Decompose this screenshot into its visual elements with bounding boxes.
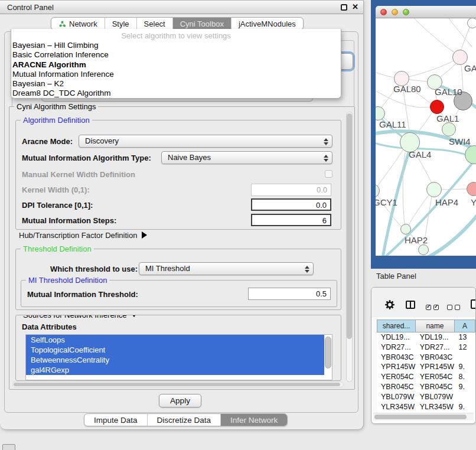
algorithm-option[interactable]: Bayesian – Hill Climbing: [11, 41, 341, 50]
network-node[interactable]: [467, 18, 476, 28]
settings-horizontal-scrollbar[interactable]: [12, 381, 344, 387]
column-header[interactable]: name: [416, 319, 455, 332]
dpi-tolerance-input[interactable]: 0.0: [251, 198, 331, 211]
network-canvas[interactable]: GALGAL80GAL10GAL1GAL11SWI4GAL4GCY1HAP4YH…: [376, 18, 476, 256]
table-row[interactable]: YPR145WYPR145W9.: [377, 362, 475, 372]
list-scrollbar[interactable]: [325, 337, 331, 369]
attribute-list-item[interactable]: BetweennessCentrality: [26, 355, 324, 365]
mi-type-combo[interactable]: Naive Bayes: [161, 151, 332, 164]
table-cell: 12: [455, 343, 476, 353]
tab-cyni-toolbox[interactable]: Cyni Toolbox: [172, 18, 231, 30]
settings-panel-title: Cyni Algorithm Settings: [14, 102, 98, 111]
column-header[interactable]: A: [455, 319, 475, 332]
mi-threshold-input[interactable]: 0.5: [248, 288, 331, 300]
cyni-bottom-tab-bar: Impute DataDiscretize DataInfer Network: [84, 413, 288, 426]
table-row[interactable]: YER054CYER054C8.: [377, 372, 475, 382]
sources-group-title: Sources for Network Inference: [21, 315, 140, 319]
kernel-width-input[interactable]: 0.0: [251, 184, 331, 196]
network-node[interactable]: [426, 182, 442, 197]
close-traffic-light-icon[interactable]: [380, 9, 387, 15]
mi-threshold-group-title: MI Threshold Definition: [26, 276, 109, 285]
which-threshold-value: MI Threshold: [145, 264, 190, 273]
data-attributes-list[interactable]: SelfLoopsTopologicalCoefficientBetweenne…: [25, 334, 332, 380]
page-icon[interactable]: [471, 299, 476, 309]
scrollbar-thumb[interactable]: [374, 415, 467, 419]
checked-pair-icon[interactable]: [426, 302, 441, 312]
aracne-mode-combo[interactable]: Discovery: [79, 135, 332, 148]
table-cell: YDL19...: [416, 332, 455, 343]
manual-kernel-checkbox[interactable]: [325, 170, 332, 178]
table-row[interactable]: YBL079WYBL079W: [377, 392, 475, 402]
table-row[interactable]: YDR27...YDR27...12: [377, 343, 475, 353]
tab-network[interactable]: Network: [51, 18, 105, 30]
column-header[interactable]: shared...: [377, 319, 416, 332]
settings-vertical-scrollbar[interactable]: [346, 112, 353, 382]
node-table: shared...nameA YDL19...YDL19...13YDR27..…: [377, 319, 475, 422]
attribute-list-item[interactable]: SelfLoops: [26, 335, 324, 345]
gear-icon[interactable]: [384, 299, 395, 310]
table-row[interactable]: YBR045CYBR045C9.: [377, 382, 475, 392]
data-attributes-label: Data Attributes: [22, 322, 77, 331]
table-cell: 13: [455, 332, 476, 343]
table-row[interactable]: YDL19...YDL19...13: [377, 332, 475, 343]
table-row[interactable]: YLR345WYLR345W9.: [377, 402, 475, 412]
table-cell: YPR145W: [416, 362, 455, 372]
bottom-tab-infer-network[interactable]: Infer Network: [220, 414, 287, 426]
table-cell: 9.: [455, 382, 476, 392]
stepper-arrows-icon: [323, 154, 328, 163]
table-cell: [455, 353, 476, 363]
scrollbar-thumb[interactable]: [347, 113, 352, 339]
network-node[interactable]: [418, 244, 429, 255]
algorithm-option[interactable]: Basic Correlation Inference: [11, 50, 341, 60]
table-row[interactable]: YBR043CYBR043C: [377, 353, 475, 363]
apply-button[interactable]: Apply: [159, 394, 201, 407]
network-node[interactable]: [400, 224, 411, 234]
threshold-definition-title: Threshold Definition: [21, 244, 94, 253]
tab-label: Cyni Toolbox: [180, 19, 224, 28]
network-node[interactable]: [430, 100, 444, 114]
attribute-list-item[interactable]: TopologicalCoefficient: [26, 345, 324, 355]
float-window-icon[interactable]: [341, 4, 347, 11]
split-columns-icon[interactable]: [406, 301, 415, 309]
algorithm-option[interactable]: Mutual Information Inference: [11, 70, 341, 79]
mi-steps-input[interactable]: 6: [251, 214, 331, 226]
zoom-traffic-light-icon[interactable]: [403, 9, 409, 15]
hub-definition-toggle[interactable]: Hub/Transcription Factor Definition: [19, 231, 147, 240]
node-label: GAL10: [435, 87, 462, 97]
mi-type-value: Naive Bayes: [168, 153, 211, 162]
algorithm-option[interactable]: ARACNE Algorithm: [11, 60, 341, 70]
node-label: SWI4: [449, 136, 471, 146]
network-node[interactable]: [442, 122, 456, 136]
unchecked-pair-icon[interactable]: [447, 302, 462, 312]
docked-panel-icon[interactable]: [2, 444, 15, 450]
algorithm-option[interactable]: Bayesian – K2: [11, 79, 341, 89]
node-label: HAP2: [405, 235, 428, 245]
bottom-tab-impute-data[interactable]: Impute Data: [84, 414, 147, 426]
cyni-algorithm-settings-panel: Cyni Algorithm Settings Algorithm Defini…: [9, 106, 355, 390]
minimize-traffic-light-icon[interactable]: [392, 9, 398, 15]
algorithm-definition-group: Algorithm Definition Aracne Mode: Discov…: [15, 120, 341, 230]
tab-select[interactable]: Select: [136, 18, 172, 30]
bottom-tab-discretize-data[interactable]: Discretize Data: [147, 414, 221, 426]
close-icon[interactable]: ✕: [352, 2, 358, 11]
sources-group: Sources for Network Inference Data Attri…: [15, 315, 341, 381]
table-panel-title: Table Panel: [376, 272, 416, 281]
stepper-arrows-icon: [323, 137, 328, 146]
table-cell: YBR045C: [416, 382, 455, 392]
algorithm-option[interactable]: Dream8 DC_TDC Algorithm: [11, 89, 341, 98]
tab-jactivemnodules[interactable]: jActiveMNodules: [231, 18, 303, 30]
stepper-arrows-icon: [304, 265, 309, 274]
tab-label: Discretize Data: [157, 416, 211, 425]
tab-label: Infer Network: [230, 416, 278, 425]
scrollbar-thumb[interactable]: [14, 383, 340, 386]
tab-label: Style: [112, 19, 129, 28]
table-horizontal-scrollbar[interactable]: [373, 413, 474, 420]
attribute-list-item[interactable]: gal4RGexp: [26, 365, 324, 375]
table-cell: YER054C: [377, 372, 416, 382]
control-panel-window: Control Panel ✕ NetworkStyleSelectCyni T…: [0, 0, 364, 430]
table-cell: YDR27...: [416, 343, 455, 353]
table-cell: YDL19...: [377, 332, 416, 343]
tab-style[interactable]: Style: [105, 18, 136, 30]
which-threshold-combo[interactable]: MI Threshold: [139, 262, 314, 275]
table-header-row: shared...nameA: [377, 319, 475, 332]
